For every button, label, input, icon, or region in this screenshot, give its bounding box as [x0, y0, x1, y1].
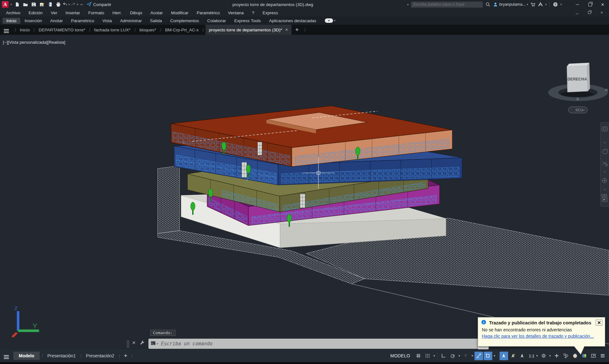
- command-input[interactable]: Escriba un comando: [161, 341, 213, 347]
- new-file-tab-button[interactable]: +: [291, 26, 303, 33]
- plot-icon[interactable]: [54, 1, 62, 8]
- annotation-scale-value[interactable]: 1:1: [527, 354, 535, 358]
- ribbon-tab-insercin[interactable]: Inserción: [21, 18, 46, 24]
- file-tab[interactable]: Inicio: [18, 28, 32, 32]
- ribbon-display-toggle[interactable]: ▼: [325, 18, 333, 23]
- command-bar-close-icon[interactable]: ✕: [132, 340, 136, 345]
- object-snap-icon[interactable]: [484, 352, 492, 360]
- menu-item-dibujo[interactable]: Dibujo: [126, 10, 146, 15]
- undo-icon[interactable]: [62, 2, 68, 8]
- viewport-controls[interactable]: [−][Vista personalizada][Realista]: [3, 40, 65, 45]
- layout-tab-presentación1[interactable]: Presentación1: [45, 353, 78, 358]
- ribbon-tab-paramtrico[interactable]: Paramétrico: [67, 18, 98, 24]
- redo-caret-icon[interactable]: ▾: [76, 3, 79, 6]
- file-tab[interactable]: proyecto torre de departamentos (3D)*✕: [206, 25, 291, 35]
- isolate-objects-icon[interactable]: [561, 352, 570, 360]
- snap-mode-icon[interactable]: [423, 352, 432, 360]
- isodraft-icon[interactable]: [462, 352, 470, 360]
- command-bar-wrench-icon[interactable]: [140, 340, 145, 347]
- layout-tab-presentación2[interactable]: Presentación2: [83, 353, 117, 358]
- workspace-gear-icon[interactable]: [539, 352, 548, 360]
- layout-tab-modelo[interactable]: Modelo: [13, 352, 40, 360]
- menu-item-modificar[interactable]: Modificar: [167, 10, 193, 15]
- grid-icon[interactable]: [414, 352, 423, 360]
- ribbon-tab-colaborar[interactable]: Colaborar: [203, 18, 230, 24]
- 3d-model-viewport[interactable]: 2222DERECHANESCUZ: [0, 35, 609, 349]
- save-as-icon[interactable]: [38, 1, 46, 8]
- plus-icon[interactable]: [552, 352, 561, 360]
- app-store-cart-icon[interactable]: [529, 1, 537, 8]
- menu-item-ver[interactable]: Ver: [47, 10, 61, 15]
- status-caret-icon[interactable]: ▾: [548, 354, 552, 357]
- ribbon-tab-aplicacionesdestacadas[interactable]: Aplicaciones destacadas: [265, 18, 320, 24]
- ribbon-tab-anotar[interactable]: Anotar: [46, 18, 67, 24]
- new-layout-button[interactable]: +: [122, 352, 129, 359]
- annotation-scale-icon[interactable]: [518, 352, 527, 360]
- menu-item-ventana[interactable]: Ventana: [224, 10, 248, 15]
- ribbon-tab-vista[interactable]: Vista: [99, 18, 116, 24]
- help-caret-icon[interactable]: ▾: [559, 3, 563, 6]
- clean-screen-icon[interactable]: [589, 352, 598, 360]
- restore-button[interactable]: [584, 0, 596, 9]
- undo-caret-icon[interactable]: ▾: [68, 3, 71, 6]
- open-folder-icon[interactable]: [21, 1, 29, 8]
- search-icon[interactable]: [484, 1, 492, 8]
- autodesk-logo-icon[interactable]: [537, 1, 544, 8]
- search-expand-icon[interactable]: ▸: [406, 3, 410, 6]
- command-window-icon[interactable]: [151, 341, 156, 347]
- new-file-icon[interactable]: [13, 1, 21, 8]
- command-bar-grip[interactable]: [127, 340, 129, 348]
- model-space-button[interactable]: MODELO: [386, 353, 414, 358]
- ribbon-display-caret-icon[interactable]: ▾: [333, 19, 337, 22]
- file-tab[interactable]: BM-Crp-Prt_AC-x: [163, 28, 201, 32]
- menu-item-insertar[interactable]: Insertar: [62, 10, 84, 15]
- ribbon-tab-inicio[interactable]: Inicio: [3, 18, 20, 24]
- menu-item-herr[interactable]: Herr.: [108, 10, 126, 15]
- drawing-canvas[interactable]: [−][Vista personalizada][Realista] 2222D…: [0, 35, 609, 349]
- file-tab[interactable]: DEPARTAMENTO torre*: [37, 28, 87, 32]
- autodesk-caret-icon[interactable]: ▾: [544, 3, 548, 6]
- ribbon-tab-expresstools[interactable]: Express Tools: [231, 18, 265, 24]
- file-tabs-menu-icon[interactable]: [0, 28, 13, 32]
- file-tab[interactable]: bloques*: [138, 28, 158, 32]
- menu-item-express[interactable]: Express: [259, 10, 282, 15]
- polar-tracking-icon[interactable]: [449, 352, 457, 360]
- notification-close-icon[interactable]: ✕: [596, 320, 602, 326]
- notification-link[interactable]: Haga clic para ver los detalles de traza…: [478, 332, 605, 339]
- ribbon-tab-complementos[interactable]: Complementos: [166, 18, 203, 24]
- autocad-logo-icon[interactable]: A: [2, 1, 9, 8]
- scu-button[interactable]: SCU: [568, 107, 587, 113]
- minimize-button[interactable]: [571, 0, 584, 9]
- menu-item-formato[interactable]: Formato: [84, 10, 108, 15]
- menu-item-[interactable]: ?: [248, 10, 259, 15]
- status-caret-icon[interactable]: ▾: [535, 354, 539, 357]
- user-avatar-icon[interactable]: [492, 1, 499, 8]
- annotation-autoscale-icon[interactable]: [509, 352, 517, 360]
- account-caret-icon[interactable]: ▾: [526, 3, 529, 6]
- customization-menu-icon[interactable]: [598, 352, 607, 360]
- app-menu-caret-icon[interactable]: ▾: [10, 3, 13, 6]
- search-input[interactable]: [411, 2, 483, 8]
- viewcube[interactable]: DERECHANE: [548, 63, 608, 101]
- navigation-bar[interactable]: [600, 122, 609, 207]
- redo-icon[interactable]: [71, 2, 76, 8]
- doc-minimize-button[interactable]: [576, 11, 579, 15]
- open-mobile-icon[interactable]: [46, 1, 54, 8]
- close-button[interactable]: ✕: [596, 0, 609, 9]
- doc-restore-button[interactable]: [588, 11, 591, 15]
- menu-item-edicin[interactable]: Edición: [24, 10, 47, 15]
- object-snap-tracking-icon[interactable]: [475, 352, 483, 360]
- share-button[interactable]: Compartir: [87, 2, 111, 8]
- status-caret-icon[interactable]: ▾: [470, 354, 474, 357]
- ribbon-tab-administrar[interactable]: Administrar: [116, 18, 146, 24]
- status-caret-icon[interactable]: ▾: [493, 354, 496, 357]
- status-caret-icon[interactable]: ▾: [432, 354, 436, 357]
- status-caret-icon[interactable]: ▾: [457, 354, 461, 357]
- annotation-visibility-icon[interactable]: [500, 352, 508, 360]
- help-icon[interactable]: ?: [552, 1, 559, 8]
- menu-item-acotar[interactable]: Acotar: [146, 10, 167, 15]
- ortho-icon[interactable]: [439, 352, 448, 360]
- username[interactable]: bryanputama...: [499, 2, 526, 7]
- ribbon-tab-salida[interactable]: Salida: [146, 18, 166, 24]
- customize-qat-icon[interactable]: ≂: [79, 3, 84, 7]
